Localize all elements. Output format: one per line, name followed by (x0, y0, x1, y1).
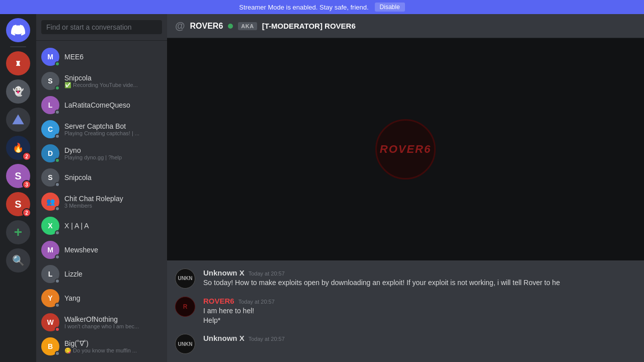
dm-info-snipcola: Snipcola ✅ Recording YouTube vide... (64, 74, 162, 88)
status-dot-yang (55, 303, 60, 308)
msg-text-1: So today! How to make exploits open by d… (203, 278, 636, 288)
disable-streamer-mode-button[interactable]: Disable (375, 3, 405, 12)
msg-time-3: Today at 20:57 (249, 336, 285, 342)
dm-item-chitchat[interactable]: 👥 Chit Chat Roleplay 3 Members (36, 190, 167, 214)
chat-header: @ ROVER6 AKA [T-MODERATOR] ROVER6 (167, 14, 644, 38)
rover6-logo: ROVER6 (375, 119, 436, 179)
at-icon: @ (175, 20, 185, 32)
dm-avatar-snipcola: S (41, 72, 59, 90)
server-icon-s-purple[interactable]: S 3 (6, 164, 30, 188)
svg-marker-0 (12, 115, 24, 125)
server-badge-s-red: 2 (22, 208, 31, 217)
chat-area: @ ROVER6 AKA [T-MODERATOR] ROVER6 ROVER6… (167, 14, 644, 362)
dm-status-walker: I won't change who I am bec... (64, 323, 162, 329)
dm-info-dyno: Dyno Playing dyno.gg | ?help (64, 146, 162, 160)
dm-avatar-lizzle: L (41, 265, 59, 283)
msg-avatar-unknownx-1: UNKN (175, 268, 195, 289)
server-icon-ghost[interactable]: 👻 (6, 79, 30, 104)
dm-status-big: 😋 Do you know the muffin ... (64, 347, 162, 354)
dm-name-walker: WalkerOfNothing (64, 315, 162, 323)
msg-author-1: Unknown X (203, 268, 245, 277)
dm-avatar-chitchat: 👥 (41, 193, 59, 211)
search-input[interactable] (41, 20, 162, 34)
dm-name-lizzle: Lizzle (64, 270, 162, 278)
dm-item-dyno[interactable]: D Dyno Playing dyno.gg | ?help (36, 141, 167, 165)
dm-avatar-laratita: L (41, 96, 59, 114)
aka-badge: AKA (238, 22, 257, 30)
dm-info-chitchat: Chit Chat Roleplay 3 Members (64, 195, 162, 209)
server-divider (10, 46, 26, 47)
message-3: UNKN Unknown X Today at 20:57 (175, 334, 636, 354)
banner-text: Streamer Mode is enabled. Stay safe, fri… (239, 4, 368, 11)
dm-info-big: Big(˚∇˚) 😋 Do you know the muffin ... (64, 339, 162, 354)
dm-info-xaia: X | A | A (64, 222, 162, 230)
online-status-dot (228, 24, 233, 29)
dm-item-mee6[interactable]: M MEE6 (36, 45, 167, 69)
msg-header-1: Unknown X Today at 20:57 (203, 268, 636, 277)
chat-username: ROVER6 (190, 22, 223, 31)
server-icon-rune[interactable]: ♜ (6, 51, 30, 75)
dm-avatar-walker: W (41, 313, 59, 331)
dm-avatar-mewsheve: M (41, 241, 59, 259)
dm-item-mewsheve[interactable]: M Mewsheve (36, 238, 167, 262)
msg-time-2: Today at 20:57 (238, 299, 275, 305)
dm-info-lizzle: Lizzle (64, 270, 162, 278)
dm-info-captcha: Server Captcha Bot Playing Creating capt… (64, 122, 162, 136)
dm-name-snipcola2: Snipcola (64, 173, 162, 182)
dm-info-walker: WalkerOfNothing I won't change who I am … (64, 315, 162, 329)
add-server-button[interactable]: + (6, 220, 30, 244)
server-icon-fire[interactable]: 🔥 2 (6, 136, 30, 160)
dm-name-big: Big(˚∇˚) (64, 339, 162, 347)
message-1: UNKN Unknown X Today at 20:57 So today! … (175, 268, 636, 289)
server-badge-s-purple: 3 (22, 180, 31, 189)
server-sidebar: ♜ 👻 🔥 2 S 3 S 2 + 🔍 (0, 14, 36, 362)
dm-status-captcha: Playing Creating captchas! | ... (64, 130, 162, 136)
dm-item-yang[interactable]: Y Yang (36, 286, 167, 310)
dm-name-yang: Yang (64, 294, 162, 302)
dm-item-big[interactable]: B Big(˚∇˚) 😋 Do you know the muffin ... (36, 334, 167, 358)
status-dot-lizzle (55, 279, 60, 284)
msg-text-2a: I am here to hel! (203, 306, 636, 316)
dm-item-snipcola2[interactable]: S Snipcola (36, 165, 167, 190)
msg-text-2b: Help* (203, 316, 636, 326)
dm-name-xaia: X | A | A (64, 222, 162, 230)
dm-name-snipcola: Snipcola (64, 74, 162, 82)
dm-avatar-yang: Y (41, 289, 59, 307)
status-dot-captcha (55, 134, 60, 139)
dm-item-captcha[interactable]: C Server Captcha Bot Playing Creating ca… (36, 117, 167, 141)
dm-name-laratita: LaRatitaComeQueso (64, 101, 162, 109)
status-dot-walker (55, 327, 60, 332)
rover6-logo-text: ROVER6 (380, 143, 431, 156)
msg-author-3: Unknown X (203, 334, 245, 342)
video-area: ROVER6 (167, 38, 644, 260)
msg-time-1: Today at 20:57 (249, 270, 285, 277)
status-dot-laratita (55, 110, 60, 115)
msg-content-2: ROVER6 Today at 20:57 I am here to hel! … (203, 297, 636, 326)
discord-home-icon[interactable] (6, 18, 30, 42)
dm-name-chitchat: Chit Chat Roleplay (64, 195, 162, 203)
status-dot-mewsheve (55, 254, 60, 259)
status-dot-big (55, 351, 60, 356)
dm-info-laratita: LaRatitaComeQueso (64, 101, 162, 109)
dm-avatar-captcha: C (41, 120, 59, 138)
dm-avatar-xaia: X (41, 217, 59, 235)
msg-author-2: ROVER6 (203, 297, 234, 305)
dm-name-mewsheve: Mewsheve (64, 246, 162, 254)
explore-servers-button[interactable]: 🔍 (6, 248, 30, 273)
server-icon-chevron[interactable] (6, 108, 30, 132)
server-icon-s-red[interactable]: S 2 (6, 192, 30, 216)
dm-item-snipcola[interactable]: S Snipcola ✅ Recording YouTube vide... (36, 69, 167, 93)
dm-search-area (36, 14, 167, 41)
dm-item-xaia[interactable]: X X | A | A (36, 214, 167, 238)
dm-item-laratita[interactable]: L LaRatitaComeQueso (36, 93, 167, 117)
dm-sidebar: M MEE6 S Snipcola ✅ Recording YouTube vi… (36, 14, 167, 362)
dm-status-dyno: Playing dyno.gg | ?help (64, 154, 162, 160)
status-dot-snipcola (55, 85, 60, 90)
dm-status-snipcola: ✅ Recording YouTube vide... (64, 82, 162, 88)
dm-item-lizzle[interactable]: L Lizzle (36, 262, 167, 286)
dm-item-walker[interactable]: W WalkerOfNothing I won't change who I a… (36, 310, 167, 334)
msg-content-1: Unknown X Today at 20:57 So today! How t… (203, 268, 636, 288)
dm-info-yang: Yang (64, 294, 162, 302)
dm-status-chitchat: 3 Members (64, 203, 162, 209)
dm-avatar-dyno: D (41, 144, 59, 162)
